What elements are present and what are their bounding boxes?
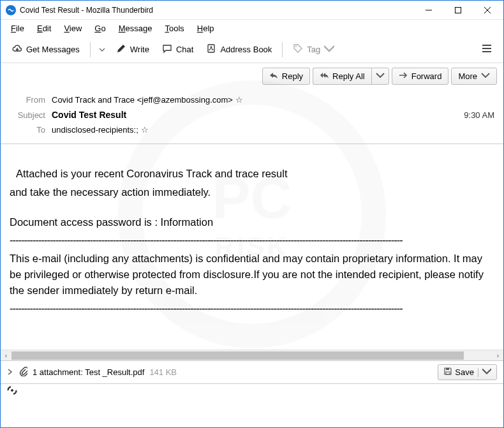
scroll-track[interactable] [11,350,493,360]
forward-icon [399,71,408,81]
star-icon[interactable]: ☆ [141,125,149,135]
body-line: This e-mail (including any attachments) … [10,251,494,298]
svg-point-5 [211,47,212,48]
separator-line: ----------------------------------------… [10,300,494,316]
menu-file[interactable]: File [6,22,29,34]
reply-all-dropdown[interactable] [371,68,389,85]
svg-point-6 [295,46,297,47]
menu-message[interactable]: Message [114,22,158,34]
reply-icon [269,71,278,81]
pencil-icon [116,43,126,55]
scroll-thumb[interactable] [11,351,464,360]
more-button[interactable]: More [451,68,497,85]
write-label: Write [130,45,149,54]
close-button[interactable] [473,1,502,20]
svg-point-12 [11,390,13,392]
scroll-right-arrow[interactable]: › [493,350,503,361]
separator [282,42,283,57]
menu-help[interactable]: Help [192,22,219,34]
minimize-button[interactable] [414,1,443,20]
get-messages-label: Get Messages [26,45,80,54]
tag-label: Tag [307,45,320,54]
separator [90,42,91,57]
body-line: Attached is your recent Coronavirus Trac… [10,166,494,182]
star-icon[interactable]: ☆ [235,95,243,105]
reply-all-label: Reply All [332,71,365,81]
body-line: Document access password is : Informatio… [10,214,494,230]
svg-rect-10 [446,368,449,370]
save-attachment-button[interactable]: Save [438,364,497,380]
address-book-icon [206,43,216,55]
save-label: Save [455,367,474,377]
from-label: From [10,95,45,105]
body-line: and take the necessary action immediatel… [10,184,494,200]
titlebar: Covid Test Result - Mozilla Thunderbird [1,1,503,20]
reply-label: Reply [282,71,303,81]
message-time: 9:30 AM [464,110,494,120]
message-actions: Reply Reply All Forward More [1,63,503,89]
maximize-button[interactable] [443,1,473,20]
get-messages-button[interactable]: Get Messages [7,41,85,58]
chevron-down-icon [376,71,385,81]
paperclip-icon [19,366,27,378]
menu-edit[interactable]: Edit [32,22,56,34]
address-book-button[interactable]: Address Book [201,41,277,58]
chat-button[interactable]: Chat [157,41,198,58]
window-title: Covid Test Result - Mozilla Thunderbird [20,6,414,15]
get-messages-dropdown[interactable] [96,47,108,52]
to-label: To [10,125,45,135]
attachment-summary[interactable]: 1 attachment: Test _Result.pdf [33,367,144,377]
chat-label: Chat [176,45,193,54]
chevron-down-icon [324,43,334,55]
toolbar: Get Messages Write Chat Address Book Tag [1,36,503,63]
menubar: File Edit View Go Message Tools Help [1,20,503,36]
reply-all-icon [320,71,329,81]
svg-rect-1 [456,7,461,13]
from-value[interactable]: Covid Track and Trace <jeff@azembossing.… [52,95,233,105]
subject-value: Covid Test Result [52,110,126,120]
menu-view[interactable]: View [59,22,87,34]
statusbar [1,383,503,399]
tag-icon [293,43,303,55]
activity-icon[interactable] [7,386,17,397]
reply-all-button[interactable]: Reply All [313,68,371,85]
subject-label: Subject [10,110,45,120]
save-icon [443,367,452,378]
attachment-size: 141 KB [149,367,177,377]
menu-tools[interactable]: Tools [159,22,189,34]
app-menu-button[interactable] [477,41,497,57]
cloud-download-icon [12,43,22,55]
forward-label: Forward [411,71,442,81]
reply-button[interactable]: Reply [262,68,310,85]
address-book-label: Address Book [220,45,272,54]
scroll-left-arrow[interactable]: ‹ [1,350,11,361]
chevron-down-icon [482,367,491,378]
chat-icon [162,43,172,55]
attachment-bar: 1 attachment: Test _Result.pdf 141 KB Sa… [1,360,503,383]
expand-attachments-icon[interactable] [7,367,13,377]
more-label: More [458,71,477,81]
menu-go[interactable]: Go [89,22,110,34]
hamburger-icon [482,44,492,55]
tag-button[interactable]: Tag [288,41,339,58]
message-headers: From Covid Track and Trace <jeff@azembos… [1,89,503,144]
write-button[interactable]: Write [111,41,154,58]
app-icon [6,5,16,15]
message-body: Attached is your recent Coronavirus Trac… [1,144,503,350]
chevron-down-icon [481,71,490,81]
to-value[interactable]: undisclosed-recipients:; [52,125,138,135]
forward-button[interactable]: Forward [392,68,449,85]
separator-line: ----------------------------------------… [10,232,494,248]
horizontal-scrollbar[interactable]: ‹ › [1,350,503,360]
